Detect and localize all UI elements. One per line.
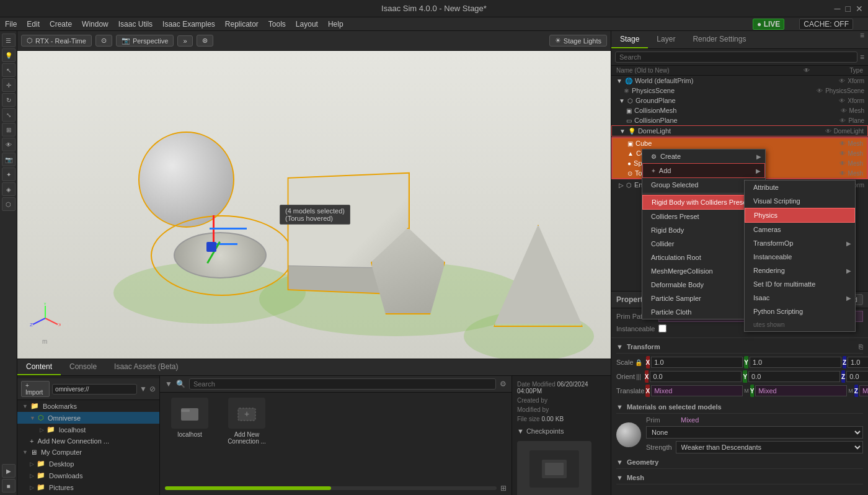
- sub-ctx-set-id[interactable]: Set ID for multimatte: [745, 277, 855, 291]
- menu-file[interactable]: File: [5, 20, 17, 29]
- toolbar-move[interactable]: ✛: [2, 78, 16, 92]
- toolbar-hamburger[interactable]: ☰: [2, 33, 16, 47]
- sphere-object[interactable]: [138, 132, 234, 228]
- translate-x-input[interactable]: [651, 385, 743, 396]
- scale-y-input[interactable]: [750, 357, 841, 368]
- visibility-icon[interactable]: 👁: [841, 107, 847, 114]
- tab-render-settings[interactable]: Render Settings: [684, 31, 755, 48]
- visibility-icon[interactable]: 👁: [825, 128, 831, 135]
- stage-filter-icon[interactable]: ≡: [860, 53, 864, 61]
- sub-ctx-visual-scripting[interactable]: Visual Scripting: [745, 194, 855, 208]
- translate-z-input[interactable]: [859, 385, 868, 396]
- tree-collision-plane[interactable]: ▭ CollisionPlane 👁 Plane: [611, 115, 868, 125]
- viewport-extra-button[interactable]: ⊛: [197, 35, 213, 47]
- fs-localhost[interactable]: ▷ 📁 localhost: [17, 424, 159, 435]
- instanceable-checkbox[interactable]: [658, 324, 666, 332]
- orient-z-input[interactable]: [846, 371, 868, 382]
- menu-edit[interactable]: Edit: [27, 20, 40, 29]
- menu-replicator[interactable]: Replicator: [225, 20, 259, 29]
- transform-icon[interactable]: ⎘: [859, 343, 863, 350]
- translate-y-input[interactable]: [755, 385, 847, 396]
- sub-ctx-rendering[interactable]: Rendering▶: [745, 264, 855, 277]
- toolbar-eye[interactable]: 👁: [2, 138, 16, 151]
- viewport[interactable]: X Y Z m (4 models selected)(Torus hovere…: [17, 51, 611, 359]
- tree-world[interactable]: ▼ 🌐 World (defaultPrim) 👁 Xform: [611, 76, 868, 86]
- toolbar-play[interactable]: ▶: [2, 464, 16, 478]
- toolbar-snap[interactable]: ⊞: [2, 123, 16, 136]
- orient-y-input[interactable]: [748, 371, 840, 382]
- window-controls[interactable]: ─ □ ✕: [835, 4, 863, 14]
- visibility-icon[interactable]: 👁: [839, 140, 846, 147]
- sub-ctx-physics[interactable]: Physics: [745, 208, 855, 223]
- visibility-icon[interactable]: 👁: [839, 97, 845, 104]
- sub-ctx-instanceable[interactable]: Instanceable: [745, 250, 855, 264]
- grid-view-icon[interactable]: ⊞: [500, 484, 507, 493]
- filter-icon[interactable]: ≡: [856, 31, 868, 48]
- tree-dome-light[interactable]: ▼ 💡 DomeLight 👁 DomeLight: [611, 125, 868, 136]
- minimize-button[interactable]: ─: [835, 4, 841, 14]
- path-input[interactable]: [52, 384, 137, 395]
- stage-search-input[interactable]: [615, 51, 857, 63]
- fs-omniverse[interactable]: ▼ ⬡ Omniverse: [17, 412, 159, 424]
- fs-add-connection[interactable]: + Add New Connection ...: [17, 435, 159, 447]
- close-button[interactable]: ✕: [856, 4, 863, 14]
- menu-help[interactable]: Help: [328, 20, 343, 29]
- import-button[interactable]: + Import: [21, 381, 50, 397]
- fs-bookmarks[interactable]: ▼ 📁 Bookmarks: [17, 400, 159, 412]
- materials-section-header[interactable]: ▼ Materials on selected models: [616, 401, 863, 414]
- file-item-add-connection[interactable]: + Add New Connection ...: [222, 398, 272, 476]
- sub-ctx-python-scripting[interactable]: Python Scripting: [745, 305, 855, 318]
- sub-ctx-cameras[interactable]: Cameras: [745, 223, 855, 236]
- fs-desktop[interactable]: ▷ 📁 Desktop: [17, 458, 159, 470]
- transform-gizmo[interactable]: [210, 228, 247, 230]
- display-mode-button[interactable]: ⊙: [95, 35, 112, 47]
- filter-icon[interactable]: ▼: [140, 385, 147, 393]
- toolbar-bulb[interactable]: 💡: [2, 48, 16, 62]
- toolbar-light[interactable]: ✦: [2, 167, 16, 181]
- menu-isaac-utils[interactable]: Isaac Utils: [118, 20, 153, 29]
- scale-z-input[interactable]: [848, 357, 868, 368]
- live-badge[interactable]: ● LIVE: [753, 19, 784, 30]
- bookmark-icon[interactable]: ⊘: [149, 385, 156, 393]
- toolbar-scale[interactable]: ⤡: [2, 108, 16, 122]
- toolbar-square[interactable]: ■: [2, 479, 16, 493]
- visibility-icon[interactable]: 👁: [839, 170, 846, 177]
- tree-collision-mesh[interactable]: ▣ CollisionMesh 👁 Mesh: [611, 105, 868, 115]
- sub-ctx-attribute[interactable]: Attribute: [745, 181, 855, 194]
- checkpoints-header[interactable]: ▼ Checkpoints: [517, 427, 606, 435]
- toolbar-cursor[interactable]: ↖: [2, 63, 16, 77]
- menu-layout[interactable]: Layout: [296, 20, 318, 29]
- fs-pictures[interactable]: ▷ 📁 Pictures: [17, 481, 159, 493]
- tab-layer[interactable]: Layer: [648, 31, 684, 48]
- strength-select[interactable]: Weaker than Descendants: [676, 441, 863, 453]
- tree-cube[interactable]: ▣ Cube 👁 Mesh: [613, 138, 867, 148]
- tab-console[interactable]: Console: [61, 359, 105, 375]
- transform-section-header[interactable]: ▼ Transform ⎘: [616, 341, 863, 354]
- visibility-icon[interactable]: 👁: [839, 117, 846, 124]
- menu-isaac-examples[interactable]: Isaac Examples: [162, 20, 215, 29]
- visibility-icon[interactable]: 👁: [817, 87, 823, 94]
- visibility-icon[interactable]: 👁: [839, 160, 846, 167]
- scale-x-input[interactable]: [651, 357, 743, 368]
- tree-physics-scene[interactable]: ⚛ PhysicsScene 👁 PhysicsScene: [611, 86, 868, 96]
- tab-content[interactable]: Content: [17, 359, 61, 375]
- toolbar-particle[interactable]: ⬡: [2, 197, 16, 211]
- toolbar-rotate[interactable]: ↻: [2, 93, 16, 107]
- menu-window[interactable]: Window: [82, 20, 108, 29]
- menu-tools[interactable]: Tools: [268, 20, 286, 29]
- material-select[interactable]: None: [646, 426, 863, 439]
- stage-lights-button[interactable]: ☀ Stage Lights: [549, 35, 607, 47]
- tree-ground-plane[interactable]: ▼ ⬡ GroundPlane 👁 Xform: [611, 96, 868, 105]
- fs-my-computer[interactable]: ▼ 🖥 My Computer: [17, 447, 159, 458]
- rtx-button[interactable]: ⬡ RTX - Real-Time: [21, 35, 92, 47]
- orient-x-input[interactable]: [650, 371, 742, 382]
- visibility-icon[interactable]: 👁: [839, 78, 845, 84]
- filter-dropdown[interactable]: ▼: [165, 380, 172, 388]
- sub-ctx-transform-op[interactable]: TransformOp▶: [745, 236, 855, 250]
- maximize-button[interactable]: □: [846, 4, 851, 14]
- toolbar-material[interactable]: ◈: [2, 182, 16, 196]
- geometry-section-header[interactable]: ▼ Geometry: [616, 456, 863, 469]
- tab-stage[interactable]: Stage: [611, 31, 648, 48]
- toolbar-camera[interactable]: 📷: [2, 153, 16, 166]
- mesh-section-header[interactable]: ▼ Mesh: [616, 471, 863, 484]
